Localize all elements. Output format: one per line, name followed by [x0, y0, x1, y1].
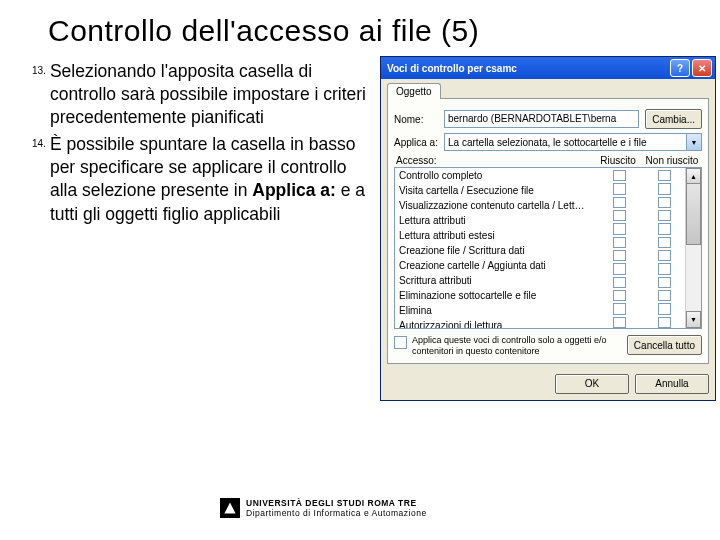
bullet-text: Selezionando l'apposita casella di contr… — [50, 60, 374, 129]
success-checkbox[interactable] — [613, 170, 626, 181]
close-button[interactable]: ✕ — [692, 59, 712, 77]
permission-row: Lettura attributi — [395, 213, 595, 228]
fail-checkbox[interactable] — [658, 317, 671, 328]
fail-checkbox[interactable] — [658, 290, 671, 301]
success-checkbox[interactable] — [613, 303, 626, 314]
column-fail: Non riuscito — [642, 155, 702, 166]
chevron-down-icon: ▼ — [686, 134, 701, 150]
scrollbar[interactable]: ▲ ▼ — [685, 168, 701, 328]
dialog-window: Voci di controllo per csamc ? ✕ Oggetto … — [380, 56, 716, 401]
cancel-button[interactable]: Annulla — [635, 374, 709, 394]
permission-row: Visita cartella / Esecuzione file — [395, 183, 595, 198]
applies-dropdown[interactable]: La cartella selezionata, le sottocartell… — [444, 133, 702, 151]
success-checkbox[interactable] — [613, 250, 626, 261]
permission-row: Creazione file / Scrittura dati — [395, 243, 595, 258]
bullet-number: 13. — [32, 60, 46, 129]
success-checkbox[interactable] — [613, 237, 626, 248]
apply-only-label: Applica queste voci di controllo solo a … — [412, 335, 621, 357]
permission-row: Elimina — [395, 303, 595, 318]
success-checkbox[interactable] — [613, 183, 626, 194]
permission-row: Visualizzazione contenuto cartella / Let… — [395, 198, 595, 213]
bullet-number: 14. — [32, 133, 46, 225]
success-checkbox[interactable] — [613, 263, 626, 274]
bullet-list: 13. Selezionando l'apposita casella di c… — [32, 56, 380, 401]
footer-line1: UNIVERSITÀ DEGLI STUDI ROMA TRE — [246, 498, 427, 508]
permission-row: Lettura attributi estesi — [395, 228, 595, 243]
university-logo-icon — [220, 498, 240, 518]
name-field[interactable]: bernardo (BERNARDOTABLET\berna — [444, 110, 639, 128]
success-checkbox[interactable] — [613, 317, 626, 328]
name-label: Nome: — [394, 114, 444, 125]
fail-checkbox[interactable] — [658, 170, 671, 181]
tab-object[interactable]: Oggetto — [387, 83, 441, 99]
applies-label: Applica a: — [394, 137, 444, 148]
permissions-listbox: Controllo completoVisita cartella / Esec… — [394, 167, 702, 329]
dialog-titlebar: Voci di controllo per csamc ? ✕ — [381, 57, 715, 79]
fail-checkbox[interactable] — [658, 197, 671, 208]
help-button[interactable]: ? — [670, 59, 690, 77]
fail-checkbox[interactable] — [658, 263, 671, 274]
permission-row: Controllo completo — [395, 168, 595, 183]
permission-row: Eliminazione sottocartelle e file — [395, 288, 595, 303]
fail-checkbox[interactable] — [658, 237, 671, 248]
page-title: Controllo dell'accesso ai file (5) — [0, 0, 720, 56]
scroll-thumb[interactable] — [686, 183, 701, 245]
footer: UNIVERSITÀ DEGLI STUDI ROMA TRE Dipartim… — [220, 498, 427, 518]
clear-all-button[interactable]: Cancella tutto — [627, 335, 702, 355]
content-area: 13. Selezionando l'apposita casella di c… — [0, 56, 720, 401]
access-label: Accesso: — [394, 155, 594, 166]
bullet-text: È possibile spuntare la casella in basso… — [50, 133, 374, 225]
fail-checkbox[interactable] — [658, 277, 671, 288]
dialog-panel: Nome: bernardo (BERNARDOTABLET\berna Cam… — [387, 98, 709, 364]
fail-checkbox[interactable] — [658, 303, 671, 314]
scroll-down-icon[interactable]: ▼ — [686, 311, 701, 328]
ok-button[interactable]: OK — [555, 374, 629, 394]
success-checkbox[interactable] — [613, 223, 626, 234]
footer-line2: Dipartimento di Informatica e Automazion… — [246, 508, 427, 518]
fail-checkbox[interactable] — [658, 250, 671, 261]
success-checkbox[interactable] — [613, 277, 626, 288]
permission-row: Scrittura attributi — [395, 273, 595, 288]
apply-only-checkbox[interactable] — [394, 336, 407, 349]
change-button[interactable]: Cambia... — [645, 109, 702, 129]
fail-checkbox[interactable] — [658, 183, 671, 194]
fail-checkbox[interactable] — [658, 223, 671, 234]
permission-row: Creazione cartelle / Aggiunta dati — [395, 258, 595, 273]
success-checkbox[interactable] — [613, 197, 626, 208]
column-success: Riuscito — [594, 155, 642, 166]
permission-row: Autorizzazioni di lettura — [395, 318, 595, 329]
fail-checkbox[interactable] — [658, 210, 671, 221]
success-checkbox[interactable] — [613, 290, 626, 301]
dialog-title: Voci di controllo per csamc — [387, 63, 517, 74]
success-checkbox[interactable] — [613, 210, 626, 221]
